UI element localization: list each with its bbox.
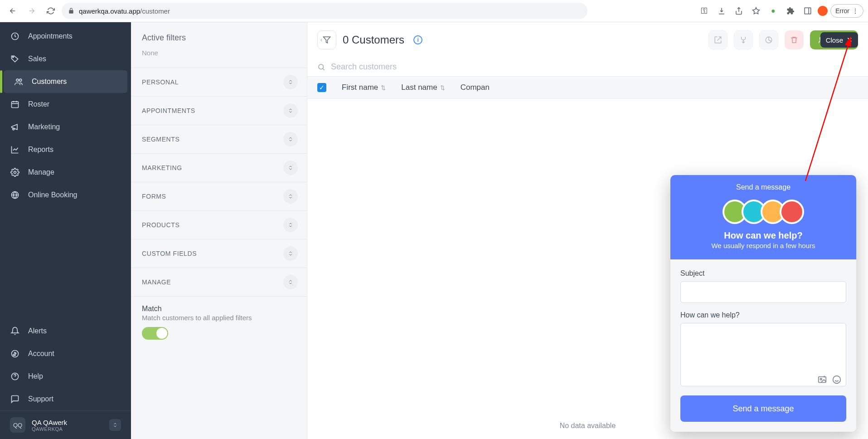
sidebar-item-label: Appointments	[28, 32, 73, 40]
close-button[interactable]: Close ✕	[820, 32, 858, 48]
share-icon[interactable]	[732, 4, 746, 18]
toolbar: ‹ 0 Customers i New c	[307, 22, 868, 58]
chart-icon	[10, 145, 20, 155]
agent-avatar	[780, 200, 804, 224]
filter-section-marketing[interactable]: MARKETING	[131, 153, 307, 182]
key-icon[interactable]: ⚿	[697, 4, 712, 18]
send-message-button[interactable]: Send a message	[680, 395, 846, 422]
expand-icon[interactable]	[283, 189, 298, 204]
extensions-icon[interactable]	[783, 4, 798, 18]
svg-point-7	[14, 171, 16, 174]
filter-section-products[interactable]: PRODUCTS	[131, 210, 307, 239]
sidebar-item-label: Alerts	[28, 327, 47, 335]
globe-icon	[10, 190, 20, 200]
sidebar-item-manage[interactable]: Manage	[0, 161, 131, 184]
user-expand-icon[interactable]	[109, 419, 121, 431]
image-upload-icon[interactable]	[817, 375, 827, 385]
expand-icon[interactable]	[283, 75, 298, 89]
sidebar-item-marketing[interactable]: Marketing	[0, 116, 131, 138]
panel-icon[interactable]	[800, 4, 815, 18]
delete-button[interactable]	[785, 30, 804, 49]
sort-icon: ⇅	[440, 84, 445, 91]
filters-none: None	[131, 46, 307, 68]
expand-icon[interactable]	[283, 103, 298, 118]
match-desc: Match customers to all applied filters	[142, 314, 296, 322]
svg-rect-6	[12, 102, 19, 107]
expand-icon[interactable]	[283, 132, 298, 146]
address-bar[interactable]: qawerkqa.ovatu.app/customer	[62, 3, 587, 19]
svg-point-4	[16, 79, 19, 81]
sidebar-item-label: Sales	[28, 55, 46, 63]
merge-button[interactable]	[734, 30, 753, 49]
sidebar-item-alerts[interactable]: Alerts	[0, 320, 131, 342]
chat-icon	[10, 394, 20, 404]
search-icon	[317, 63, 325, 71]
filter-section-appointments[interactable]: APPOINTMENTS	[131, 96, 307, 125]
camera-icon[interactable]: ●	[766, 4, 781, 18]
chat-header-title: Send a message	[679, 183, 847, 191]
column-first-name[interactable]: First name⇅	[342, 83, 386, 92]
sidebar-item-sales[interactable]: Sales	[0, 48, 131, 70]
select-all-checkbox[interactable]: ✓	[317, 83, 326, 92]
filter-section-segments[interactable]: SEGMENTS	[131, 125, 307, 153]
table-header: ✓ First name⇅ Last name⇅ Compan	[307, 77, 868, 99]
match-toggle[interactable]	[142, 327, 168, 340]
megaphone-icon	[10, 122, 20, 132]
filter-section-label: PRODUCTS	[142, 221, 179, 229]
expand-icon[interactable]	[283, 246, 298, 261]
main-area: ‹ 0 Customers i New c Close ✕ ✓ Fir	[307, 22, 868, 439]
export-button[interactable]	[708, 30, 727, 49]
filter-section-manage[interactable]: MANAGE	[131, 268, 307, 296]
filter-section-personal[interactable]: PERSONAL	[131, 68, 307, 96]
info-icon[interactable]: i	[413, 35, 422, 44]
column-last-name[interactable]: Last name⇅	[401, 83, 445, 92]
expand-icon[interactable]	[283, 161, 298, 175]
segment-button[interactable]	[759, 30, 778, 49]
filter-icon	[323, 36, 331, 44]
sidebar-item-label: Help	[28, 372, 43, 380]
sidebar-item-support[interactable]: Support	[0, 388, 131, 410]
forward-button[interactable]	[24, 3, 40, 19]
filter-collapse-button[interactable]: ‹	[317, 30, 336, 49]
sidebar-item-roster[interactable]: Roster	[0, 93, 131, 116]
search-input[interactable]	[331, 62, 858, 72]
install-icon[interactable]	[714, 4, 729, 18]
svg-point-3	[13, 57, 14, 58]
profile-avatar[interactable]	[818, 6, 828, 16]
url-text: qawerkqa.ovatu.app/customer	[79, 7, 170, 15]
reload-button[interactable]	[43, 3, 59, 19]
filter-section-forms[interactable]: FORMS	[131, 182, 307, 210]
sidebar-item-reports[interactable]: Reports	[0, 138, 131, 161]
chat-avatars	[679, 200, 847, 224]
filter-section-label: SEGMENTS	[142, 136, 179, 143]
filter-section-label: FORMS	[142, 193, 166, 200]
filter-section-label: MARKETING	[142, 164, 182, 171]
help-icon	[10, 371, 20, 381]
sidebar-item-online-booking[interactable]: Online Booking	[0, 184, 131, 206]
sidebar-item-help[interactable]: Help	[0, 365, 131, 388]
expand-icon[interactable]	[283, 218, 298, 232]
subject-input[interactable]	[680, 281, 846, 303]
sidebar-item-customers[interactable]: Customers	[4, 70, 127, 93]
svg-point-16	[833, 376, 841, 384]
filter-section-custom-fields[interactable]: CUSTOM FIELDS	[131, 239, 307, 268]
sidebar-user[interactable]: QQ QA QAwerk QAWERKQA	[0, 410, 131, 439]
emoji-icon[interactable]	[832, 375, 842, 385]
column-company[interactable]: Compan	[461, 83, 490, 92]
bookmark-icon[interactable]	[749, 4, 763, 18]
clock-icon	[10, 31, 20, 41]
svg-point-5	[19, 79, 22, 81]
svg-point-13	[319, 64, 324, 69]
filter-section-label: CUSTOM FIELDS	[142, 250, 197, 257]
user-sub: QAWERKQA	[32, 426, 67, 432]
sidebar-item-appointments[interactable]: Appointments	[0, 25, 131, 48]
expand-icon[interactable]	[283, 275, 298, 289]
sidebar-item-account[interactable]: Account	[0, 342, 131, 365]
chat-header: Send a message How can we help? We usual…	[670, 175, 856, 259]
filter-section-label: APPOINTMENTS	[142, 107, 195, 114]
body-label: How can we help?	[680, 311, 846, 319]
user-avatar: QQ	[10, 417, 25, 433]
error-indicator[interactable]: Error⋮	[830, 4, 863, 18]
back-button[interactable]	[5, 3, 21, 19]
sidebar-item-label: Online Booking	[28, 191, 78, 199]
